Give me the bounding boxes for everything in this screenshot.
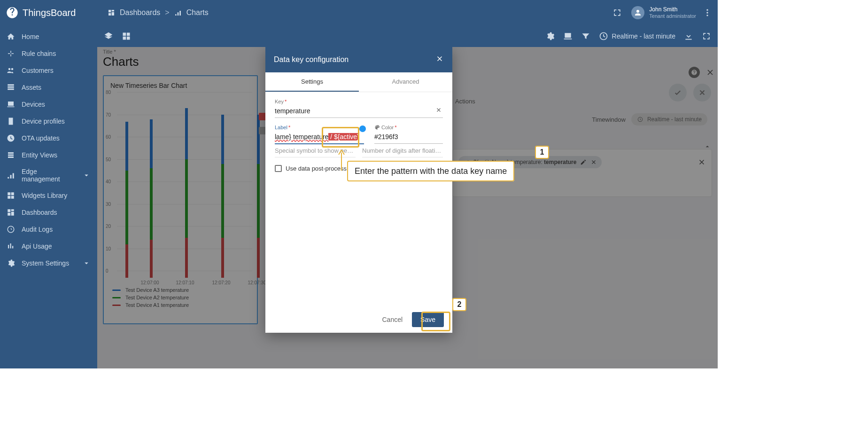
svg-point-0 [706, 9, 708, 11]
breadcrumb-charts[interactable]: Charts [186, 8, 209, 17]
sidebar-item-home[interactable]: Home [0, 28, 97, 45]
top-header: ThingsBoard Dashboards > Charts John Smi… [0, 0, 718, 25]
close-icon[interactable] [435, 55, 444, 65]
entities-icon[interactable] [563, 31, 573, 41]
data-key-config-modal: Data key configuration Settings Advanced… [265, 47, 452, 333]
more-icon[interactable] [703, 8, 712, 17]
tab-settings[interactable]: Settings [265, 72, 359, 92]
sidebar-item-edge-management[interactable]: Edge management [0, 164, 97, 187]
clear-icon[interactable] [435, 107, 443, 114]
modal-footer: Cancel Save [265, 306, 452, 333]
breadcrumb-sep: > [165, 8, 169, 17]
color-label: Color* [374, 125, 443, 130]
extra-fields: Special symbol to show nex… Number of di… [275, 147, 443, 157]
sidebar-item-customers[interactable]: Customers [0, 62, 97, 79]
fullscreen-icon[interactable] [612, 8, 622, 17]
modal-title: Data key configuration [274, 55, 349, 64]
sidebar-item-ota-updates[interactable]: OTA updates [0, 130, 97, 147]
checkbox-icon [275, 165, 282, 172]
svg-point-1 [706, 12, 708, 13]
time-window-selector[interactable]: Realtime - last minute [599, 31, 675, 41]
grid-icon[interactable] [122, 31, 131, 41]
filter-icon[interactable] [581, 31, 590, 41]
user-role: Tenant administrator [649, 13, 696, 19]
sidebar: Home Rule chains Customers Assets Device… [0, 25, 97, 368]
digits-field[interactable]: Number of digits after floati… [362, 147, 443, 157]
chevron-down-icon [82, 171, 91, 180]
dashboard-body: Title * Charts New Timeseries Bar Chart … [97, 47, 718, 368]
modal-body: Key* Label* lame} temperature / ${active… [265, 92, 452, 306]
clock-icon [599, 31, 608, 41]
sidebar-item-devices[interactable]: Devices [0, 96, 97, 113]
label-input[interactable]: lame} temperature / ${active} [275, 130, 364, 144]
main: Home Rule chains Customers Assets Device… [0, 25, 718, 368]
sidebar-item-widgets-library[interactable]: Widgets Library [0, 187, 97, 204]
dashboard-toolbar: Realtime - last minute [97, 25, 718, 47]
layers-icon[interactable] [104, 31, 113, 41]
logo-icon [6, 6, 19, 19]
key-input[interactable] [275, 104, 443, 118]
download-icon[interactable] [684, 31, 693, 41]
color-swatch-dot[interactable] [359, 125, 366, 132]
user-name: John Smith [649, 7, 696, 13]
breadcrumb-dashboards[interactable]: Dashboards [120, 8, 160, 17]
top-right: John Smith Tenant administrator [612, 6, 712, 19]
color-field: Color* [374, 125, 443, 144]
sidebar-item-rule-chains[interactable]: Rule chains [0, 45, 97, 62]
label-label: Label* [275, 125, 364, 130]
modal-header: Data key configuration [265, 47, 452, 72]
chart-icon [174, 9, 182, 16]
label-field: Label* lame} temperature / ${active} [275, 125, 364, 144]
gear-icon[interactable] [545, 31, 555, 41]
key-label: Key* [275, 99, 443, 104]
avatar [631, 6, 644, 19]
modal-tabs: Settings Advanced [265, 72, 452, 92]
color-input[interactable] [374, 130, 443, 144]
tab-advanced[interactable]: Advanced [359, 72, 452, 92]
svg-point-2 [706, 15, 708, 16]
sidebar-item-system-settings[interactable]: System Settings [0, 255, 97, 272]
fullscreen-icon[interactable] [702, 31, 711, 41]
dashboard-icon [108, 9, 115, 16]
user-menu[interactable]: John Smith Tenant administrator [631, 6, 696, 19]
sidebar-item-entity-views[interactable]: Entity Views [0, 147, 97, 164]
postprocess-checkbox[interactable]: Use data post-process… [275, 165, 443, 172]
content: Realtime - last minute Title * Charts Ne… [97, 25, 718, 368]
sidebar-item-api-usage[interactable]: Api Usage [0, 238, 97, 255]
save-button[interactable]: Save [412, 312, 444, 327]
sidebar-item-assets[interactable]: Assets [0, 79, 97, 96]
breadcrumb: Dashboards > Charts [108, 8, 209, 17]
special-symbol-field[interactable]: Special symbol to show nex… [275, 147, 356, 157]
chevron-down-icon [82, 259, 91, 267]
sidebar-item-dashboards[interactable]: Dashboards [0, 204, 97, 221]
sidebar-item-audit-logs[interactable]: Audit Logs [0, 221, 97, 238]
sidebar-item-device-profiles[interactable]: Device profiles [0, 113, 97, 130]
cancel-button[interactable]: Cancel [376, 312, 408, 327]
logo[interactable]: ThingsBoard [6, 6, 97, 19]
brand-text: ThingsBoard [23, 8, 76, 18]
key-field: Key* [275, 99, 443, 118]
